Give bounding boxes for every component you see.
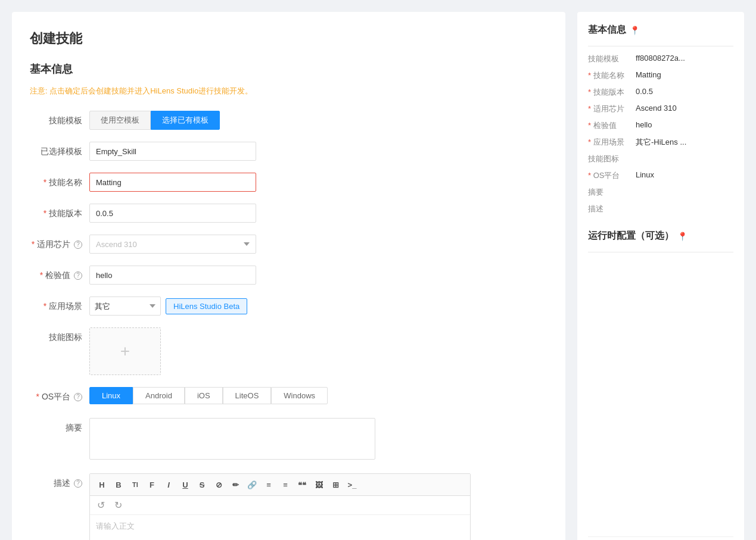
tool-u[interactable]: U [178,477,192,492]
skill-version-control [89,204,547,223]
selected-template-input[interactable] [89,142,256,161]
panel-val-template: ff80808272a... [636,54,733,64]
upload-icon-button[interactable]: + [89,327,161,375]
tool-redo[interactable]: ↻ [112,500,125,511]
app-scene-select[interactable]: 其它 [89,296,161,316]
description-editor: H B TI F I U S ⊘ ✏ 🔗 ≡ ≡ ❝❝ 🖼 [89,473,471,540]
tool-code[interactable]: >_ [345,477,359,492]
chip-label: 适用芯片 ? [30,235,89,254]
panel-val-scene: 其它-HiLens ... [636,137,733,148]
panel-title: 基本信息 📍 [588,24,733,36]
selected-template-row: 已选择模板 [30,142,547,161]
panel-val-summary [636,187,733,198]
os-platform-label: OS平台 ? [30,387,89,406]
tool-strikethrough[interactable]: ⊘ [211,477,226,492]
skill-version-label: 技能版本 [30,204,89,223]
notice-text: 注意: 点击确定后会创建技能并进入HiLens Studio进行技能开发。 [30,86,547,96]
tool-undo[interactable]: ↺ [95,500,107,511]
tool-h[interactable]: H [95,477,109,492]
skill-icon-control: + [89,327,547,375]
check-row: 检验值 ? [30,266,547,285]
panel-val-check: hello [636,120,733,131]
panel-row-template: 技能模板 ff80808272a... [588,54,733,64]
editor-toolbar: H B TI F I U S ⊘ ✏ 🔗 ≡ ≡ ❝❝ 🖼 [90,474,470,496]
check-label: 检验值 ? [30,266,89,285]
tool-table[interactable]: ⊞ [328,477,343,492]
section-title: 基本信息 [30,62,547,76]
os-btn-ios[interactable]: iOS [185,387,223,404]
editor-body[interactable]: 请输入正文 [90,515,470,540]
os-btn-android[interactable]: Android [133,387,185,404]
btn-select-template[interactable]: 选择已有模板 [151,111,220,130]
selected-template-label: 已选择模板 [30,142,89,161]
panel-key-scene: 应用场景 [588,137,636,148]
editor-history: ↺ ↻ [90,496,470,515]
panel-row-desc: 描述 [588,204,733,214]
panel-key-chip: 适用芯片 [588,104,636,114]
skill-version-input[interactable] [89,204,256,223]
panel-divider1 [588,46,733,46]
skill-name-row: 技能名称 [30,173,547,192]
skill-icon-row: 技能图标 + [30,327,547,375]
os-help-icon[interactable]: ? [74,393,82,401]
panel-key-template: 技能模板 [588,54,636,64]
pin-icon: 📍 [630,26,640,35]
tool-ul[interactable]: ≡ [262,477,276,492]
panel-key-icon: 技能图标 [588,154,636,164]
chip-select[interactable]: Ascend 310 [89,235,256,254]
description-control: H B TI F I U S ⊘ ✏ 🔗 ≡ ≡ ❝❝ 🖼 [89,473,547,540]
os-btn-linux[interactable]: Linux [89,387,133,404]
summary-control [89,418,547,461]
summary-textarea[interactable] [89,418,375,460]
skill-name-label: 技能名称 [30,173,89,192]
panel-val-name: Matting [636,70,733,81]
os-platform-row: OS平台 ? Linux Android iOS LiteOS Windows [30,387,547,406]
panel-footer: 确定 取消 [588,536,733,540]
template-buttons: 使用空模板 选择已有模板 [89,111,547,130]
panel-key-os: OS平台 [588,170,636,181]
os-btn-liteos[interactable]: LiteOS [223,387,272,404]
btn-empty-template[interactable]: 使用空模板 [89,111,151,130]
chip-help-icon[interactable]: ? [74,241,82,249]
panel-key-check: 检验值 [588,120,636,131]
check-input[interactable] [89,266,256,285]
panel-row-icon: 技能图标 [588,154,733,164]
chip-row: 适用芯片 ? Ascend 310 [30,235,547,254]
tool-f[interactable]: F [145,477,159,492]
skill-icon-label: 技能图标 [30,327,89,347]
summary-label: 摘要 [30,418,89,437]
panel-divider2 [588,252,733,252]
tool-ti[interactable]: TI [128,477,142,492]
plus-icon: + [120,342,130,361]
tool-image[interactable]: 🖼 [312,477,326,492]
tool-pen[interactable]: ✏ [228,477,242,492]
template-row: 技能模板 使用空模板 选择已有模板 [30,111,547,130]
tool-b[interactable]: B [111,477,126,492]
panel-key-version: 技能版本 [588,87,636,98]
desc-help-icon[interactable]: ? [74,479,82,488]
panel-row-scene: 应用场景 其它-HiLens ... [588,137,733,148]
selected-template-control [89,142,547,161]
panel-val-chip: Ascend 310 [636,104,733,114]
os-btn-windows[interactable]: Windows [271,387,328,404]
os-platform-control: Linux Android iOS LiteOS Windows [89,387,547,404]
panel-key-desc: 描述 [588,204,636,214]
panel-row-check: 检验值 hello [588,120,733,131]
check-help-icon[interactable]: ? [74,271,82,280]
panel-key-name: 技能名称 [588,70,636,81]
description-label: 描述 ? [30,473,89,492]
tool-ol[interactable]: ≡ [278,477,293,492]
tool-link[interactable]: 🔗 [245,477,259,492]
tool-s[interactable]: S [195,477,209,492]
hilens-tag: HiLens Studio Beta [166,298,247,314]
panel-val-desc [636,204,733,214]
chip-control: Ascend 310 [89,235,547,254]
summary-row: 摘要 [30,418,547,461]
tool-i[interactable]: I [161,477,176,492]
panel-key-summary: 摘要 [588,187,636,198]
skill-name-input[interactable] [89,173,256,192]
tool-quote[interactable]: ❝❝ [295,477,309,492]
panel-title2: 运行时配置（可选） 📍 [588,230,733,242]
description-row: 描述 ? H B TI F I U S ⊘ ✏ 🔗 [30,473,547,540]
panel-val-icon [636,154,733,164]
